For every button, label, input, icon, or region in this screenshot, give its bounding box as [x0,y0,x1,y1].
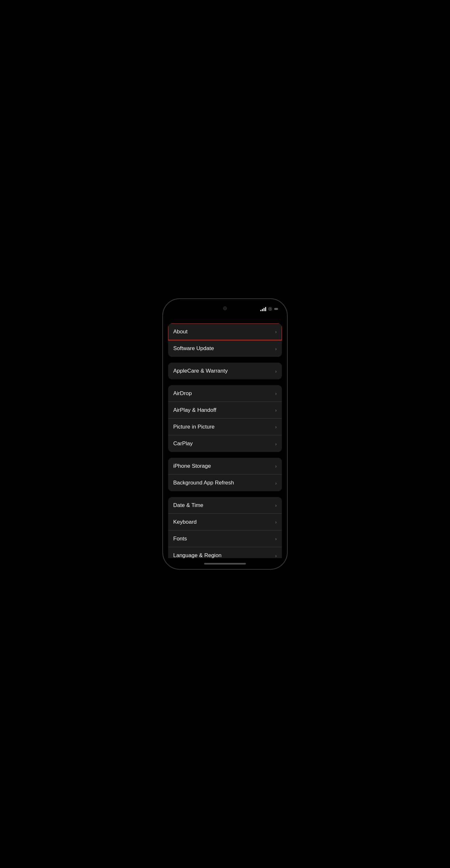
chevron-icon-date-time: › [275,502,277,508]
chevron-icon-carplay: › [275,441,277,446]
chevron-icon-bg-app-refresh: › [275,480,277,486]
settings-row-iphone-storage[interactable]: iPhone Storage› [168,458,282,474]
settings-row-carplay[interactable]: CarPlay› [168,435,282,452]
battery-indicator [274,308,278,310]
home-bar [204,563,246,564]
settings-label-software-update: Software Update [173,345,214,352]
settings-label-carplay: CarPlay [173,440,193,447]
home-indicator [163,558,287,569]
camera-indicator [223,306,227,310]
chevron-icon-keyboard: › [275,519,277,525]
settings-row-pip[interactable]: Picture in Picture› [168,418,282,435]
signal-icon [260,307,266,311]
settings-row-applecare[interactable]: AppleCare & Warranty› [168,363,282,379]
settings-group-1: About›Software Update› [168,323,282,357]
chevron-icon-about: › [275,329,277,334]
settings-label-airplay: AirPlay & Handoff [173,407,216,413]
settings-row-about[interactable]: About› [168,323,282,340]
signal-bar-1 [260,310,261,311]
settings-row-fonts[interactable]: Fonts› [168,530,282,547]
chevron-icon-applecare: › [275,368,277,374]
chevron-icon-fonts: › [275,536,277,541]
settings-row-keyboard[interactable]: Keyboard› [168,514,282,530]
chevron-icon-airdrop: › [275,391,277,396]
settings-label-applecare: AppleCare & Warranty [173,368,228,374]
settings-group-2: AppleCare & Warranty› [168,363,282,379]
settings-label-bg-app-refresh: Background App Refresh [173,479,234,486]
status-icons: ☉ [260,306,278,311]
power-button [287,357,288,386]
settings-label-iphone-storage: iPhone Storage [173,463,211,469]
settings-label-fonts: Fonts [173,535,187,542]
settings-group-3: AirDrop›AirPlay & Handoff›Picture in Pic… [168,385,282,452]
settings-group-5: Date & Time›Keyboard›Fonts›Language & Re… [168,497,282,558]
screen: ☉ About›Software Update›AppleCare & Warr… [163,299,287,569]
settings-label-airdrop: AirDrop [173,390,192,397]
settings-label-date-time: Date & Time [173,502,203,508]
settings-label-pip: Picture in Picture [173,424,215,430]
signal-bar-2 [262,309,263,311]
wifi-icon: ☉ [268,306,272,311]
signal-bar-4 [265,307,266,311]
chevron-icon-airplay: › [275,407,277,413]
chevron-icon-iphone-storage: › [275,463,277,469]
settings-group-4: iPhone Storage›Background App Refresh› [168,458,282,491]
settings-row-bg-app-refresh[interactable]: Background App Refresh› [168,474,282,491]
chevron-icon-software-update: › [275,346,277,351]
settings-row-date-time[interactable]: Date & Time› [168,497,282,514]
settings-row-airplay[interactable]: AirPlay & Handoff› [168,402,282,418]
settings-label-language-region: Language & Region [173,552,222,558]
settings-row-language-region[interactable]: Language & Region› [168,547,282,558]
phone-frame: ☉ About›Software Update›AppleCare & Warr… [162,298,288,570]
dynamic-island [206,303,244,314]
chevron-icon-language-region: › [275,553,277,558]
settings-label-keyboard: Keyboard [173,519,197,525]
settings-row-software-update[interactable]: Software Update› [168,340,282,357]
settings-row-airdrop[interactable]: AirDrop› [168,385,282,402]
signal-bar-3 [264,308,264,311]
settings-label-about: About [173,329,187,335]
settings-scroll-area[interactable]: About›Software Update›AppleCare & Warran… [163,321,287,558]
chevron-icon-pip: › [275,424,277,430]
navigation-bar [163,316,287,321]
